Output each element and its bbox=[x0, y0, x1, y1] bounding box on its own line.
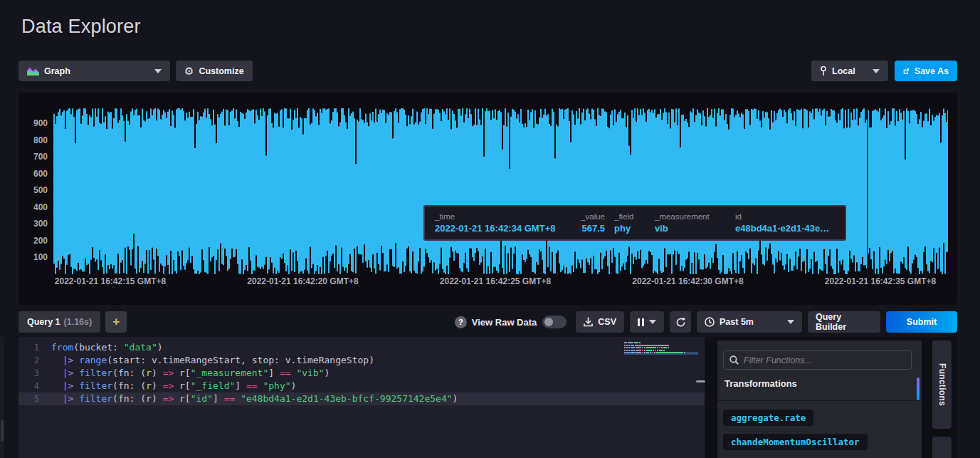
minimap-line bbox=[624, 345, 698, 346]
code-token bbox=[291, 367, 297, 380]
submit-button[interactable]: Submit bbox=[886, 311, 957, 333]
tooltip-value: 2022-01-21 16:42:34 GMT+8 bbox=[435, 223, 563, 234]
y-tick: 700 bbox=[22, 152, 48, 162]
code-token: |> bbox=[63, 354, 74, 367]
editor-minimap[interactable] bbox=[624, 342, 698, 355]
line-number: 1 bbox=[19, 341, 51, 354]
transformations-section-header: Transformations bbox=[725, 378, 797, 389]
code-token: r[ bbox=[174, 392, 190, 405]
x-tick: 2022-01-21 16:42:30 GMT+8 bbox=[632, 276, 743, 286]
help-icon[interactable]: ? bbox=[455, 316, 467, 328]
function-item[interactable]: aggregate.rate bbox=[723, 410, 813, 426]
pause-icon bbox=[638, 318, 644, 326]
minimap-line bbox=[624, 347, 698, 348]
x-tick: 2022-01-21 16:42:35 GMT+8 bbox=[825, 276, 936, 286]
code-token: "phy" bbox=[263, 380, 290, 392]
time-series-plot[interactable] bbox=[53, 108, 948, 274]
add-query-button[interactable]: + bbox=[105, 311, 127, 333]
left-scrollbar-thumb[interactable] bbox=[1, 420, 4, 442]
filter-functions-searchbox[interactable] bbox=[723, 350, 912, 370]
time-range-dropdown[interactable]: Past 5m bbox=[697, 311, 802, 333]
tooltip-column: _value567.5 bbox=[572, 212, 605, 234]
submit-label: Submit bbox=[907, 317, 937, 327]
code-token bbox=[235, 392, 241, 405]
tooltip-value: e48bd4a1-e2d1-43eb-bfcf-992… bbox=[735, 223, 835, 234]
code-token: (start: v.timeRangeStart, stop: v.timeRa… bbox=[107, 354, 374, 367]
customize-button[interactable]: ⚙ Customize bbox=[176, 61, 253, 81]
flux-code-editor[interactable]: 1from(bucket: "data")2 |> range(start: v… bbox=[19, 337, 705, 458]
code-token: == bbox=[246, 380, 258, 392]
code-line[interactable]: 2 |> range(start: v.timeRangeStart, stop… bbox=[19, 354, 705, 367]
csv-download-button[interactable]: CSV bbox=[576, 311, 624, 333]
code-token: filter bbox=[79, 392, 112, 405]
hover-crosshair bbox=[867, 108, 868, 274]
export-icon bbox=[903, 66, 910, 76]
save-as-button[interactable]: Save As bbox=[895, 61, 957, 81]
gear-icon: ⚙ bbox=[184, 66, 194, 76]
pause-button[interactable] bbox=[630, 311, 664, 333]
visualization-type-dropdown[interactable]: Graph bbox=[19, 61, 170, 81]
x-tick: 2022-01-21 16:42:20 GMT+8 bbox=[247, 276, 358, 286]
tooltip-value: 567.5 bbox=[572, 223, 605, 234]
refresh-icon bbox=[675, 317, 686, 328]
code-token: ) bbox=[157, 341, 163, 354]
y-tick: 200 bbox=[22, 236, 48, 246]
code-token: |> bbox=[63, 367, 74, 380]
query-builder-button[interactable]: Query Builder bbox=[808, 311, 880, 333]
code-token: (bucket: bbox=[73, 341, 123, 354]
chevron-down-icon bbox=[154, 69, 162, 73]
code-token: ) bbox=[325, 367, 330, 380]
resize-handle[interactable] bbox=[696, 380, 705, 382]
code-line[interactable]: 3 |> filter(fn: (r) => r["_measurement"]… bbox=[19, 367, 705, 380]
code-token bbox=[73, 367, 79, 380]
time-range-label: Past 5m bbox=[720, 317, 754, 327]
filter-functions-input[interactable] bbox=[744, 355, 905, 365]
code-token: |> bbox=[63, 380, 74, 392]
code-token: => bbox=[163, 380, 174, 392]
line-number: 4 bbox=[19, 380, 51, 392]
functions-tab-label: Functions bbox=[937, 363, 947, 406]
tooltip-header: _value bbox=[572, 212, 605, 221]
code-token bbox=[51, 380, 63, 392]
code-token: ) bbox=[291, 380, 297, 392]
toggle-knob bbox=[544, 318, 553, 326]
code-line[interactable]: 1from(bucket: "data") bbox=[19, 341, 705, 354]
code-token: "e48bd4a1-e2d1-43eb-bfcf-99257142e5e4" bbox=[241, 392, 452, 405]
query-tab-name: Query 1 bbox=[27, 317, 60, 327]
code-token: == bbox=[280, 367, 291, 380]
code-token: range bbox=[79, 354, 107, 367]
csv-label: CSV bbox=[598, 317, 616, 327]
tooltip-column: _time2022-01-21 16:42:34 GMT+8 bbox=[435, 212, 563, 234]
line-number: 3 bbox=[19, 367, 51, 380]
tooltip-value: phy bbox=[614, 223, 646, 234]
chevron-down-icon bbox=[787, 320, 794, 324]
functions-panel: Transformations aggregate.ratechandeMome… bbox=[717, 340, 922, 458]
minimap-line bbox=[624, 352, 698, 353]
code-line[interactable]: 4 |> filter(fn: (r) => r["_field"] == "p… bbox=[19, 380, 705, 392]
code-token: "_measurement" bbox=[191, 367, 269, 380]
code-line[interactable]: 5 |> filter(fn: (r) => r["id"] == "e48bd… bbox=[19, 392, 705, 405]
code-token: r[ bbox=[174, 367, 190, 380]
code-token: => bbox=[163, 367, 174, 380]
tooltip-column: _measurementvib bbox=[655, 212, 726, 234]
view-raw-data-toggle[interactable] bbox=[542, 316, 567, 328]
left-scrollbar[interactable] bbox=[0, 337, 4, 458]
collapsed-panel-tab[interactable] bbox=[932, 437, 952, 458]
download-icon bbox=[584, 317, 593, 327]
function-item[interactable]: chandeMomentumOscillator bbox=[723, 434, 868, 450]
refresh-button[interactable] bbox=[670, 311, 691, 333]
y-tick: 800 bbox=[22, 135, 48, 145]
code-token: (fn: (r) bbox=[112, 380, 162, 392]
tab-functions[interactable]: Functions bbox=[932, 340, 952, 429]
x-tick: 2022-01-21 16:42:25 GMT+8 bbox=[440, 276, 551, 286]
chart-panel: 900800700600500400300200100 2022-01-21 1… bbox=[19, 93, 957, 305]
tooltip-column: ide48bd4a1-e2d1-43eb-bfcf-992… bbox=[735, 212, 835, 234]
code-token: (fn: (r) bbox=[112, 392, 162, 405]
functions-scrollbar-thumb[interactable] bbox=[917, 378, 920, 400]
query-tab[interactable]: Query 1 (1.16s) bbox=[19, 311, 100, 333]
code-token: filter bbox=[79, 380, 112, 392]
code-token: r[ bbox=[174, 380, 190, 392]
code-token: "data" bbox=[124, 341, 157, 354]
local-dropdown[interactable]: Local bbox=[811, 61, 888, 81]
page-title: Data Explorer bbox=[21, 16, 141, 38]
